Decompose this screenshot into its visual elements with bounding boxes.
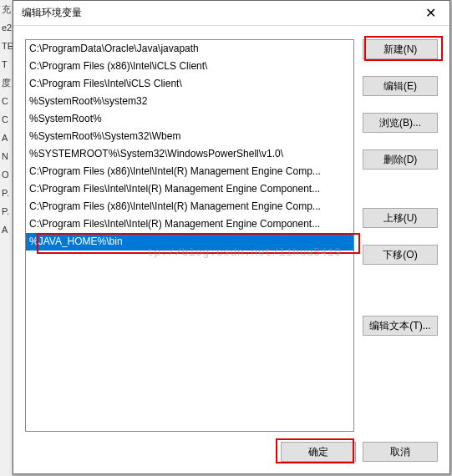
close-icon: ✕ (425, 5, 436, 21)
list-item[interactable]: C:\Program Files (x86)\Intel\iCLS Client… (26, 58, 353, 75)
close-button[interactable]: ✕ (412, 1, 449, 26)
list-item[interactable]: %SystemRoot% (26, 110, 353, 128)
browse-button[interactable]: 浏览(B)... (363, 113, 438, 133)
bg-text: 充 e2 TE T 度 C C A N O P. P. A (0, 0, 12, 239)
list-item-selected[interactable]: %JAVA_HOME%\bin (26, 233, 353, 251)
edit-button[interactable]: 编辑(E) (363, 76, 438, 96)
list-item[interactable]: C:\Program Files\Intel\Intel(R) Manageme… (26, 215, 353, 233)
list-item[interactable]: C:\Program Files\Intel\Intel(R) Manageme… (26, 180, 353, 198)
path-listbox[interactable]: C:\ProgramData\Oracle\Java\javapath C:\P… (25, 39, 354, 432)
dialog-title: 编辑环境变量 (22, 6, 82, 20)
dialog-footer: 确定 取消 (281, 442, 438, 462)
cancel-button[interactable]: 取消 (363, 442, 438, 462)
dialog-content: C:\ProgramData\Oracle\Java\javapath C:\P… (13, 26, 449, 473)
list-item[interactable]: %SystemRoot%\System32\Wbem (26, 128, 353, 145)
movedown-button[interactable]: 下移(O) (363, 245, 438, 265)
edittext-button[interactable]: 编辑文本(T)... (363, 316, 438, 336)
list-item[interactable]: C:\Program Files (x86)\Intel\Intel(R) Ma… (26, 198, 353, 215)
edit-env-var-dialog: 编辑环境变量 ✕ C:\ProgramData\Oracle\Java\java… (13, 0, 450, 474)
list-item[interactable]: %SystemRoot%\system32 (26, 93, 353, 110)
background-partial-window: 充 e2 TE T 度 C C A N O P. P. A (0, 0, 13, 476)
ok-button[interactable]: 确定 (281, 442, 356, 462)
listbox-container: C:\ProgramData\Oracle\Java\javapath C:\P… (25, 39, 354, 465)
titlebar: 编辑环境变量 ✕ (13, 1, 449, 26)
new-button[interactable]: 新建(N) (363, 39, 438, 59)
delete-button[interactable]: 删除(D) (363, 149, 438, 170)
list-item[interactable]: %SYSTEMROOT%\System32\WindowsPowerShell\… (26, 145, 353, 163)
list-item[interactable]: C:\Program Files (x86)\Intel\Intel(R) Ma… (26, 163, 353, 180)
list-item[interactable]: C:\ProgramData\Oracle\Java\javapath (26, 40, 353, 58)
side-buttons: 新建(N) 编辑(E) 浏览(B)... 删除(D) 上移(U) 下移(O) 编… (363, 39, 438, 465)
list-item[interactable]: C:\Program Files\Intel\iCLS Client\ (26, 75, 353, 93)
moveup-button[interactable]: 上移(U) (363, 208, 438, 228)
